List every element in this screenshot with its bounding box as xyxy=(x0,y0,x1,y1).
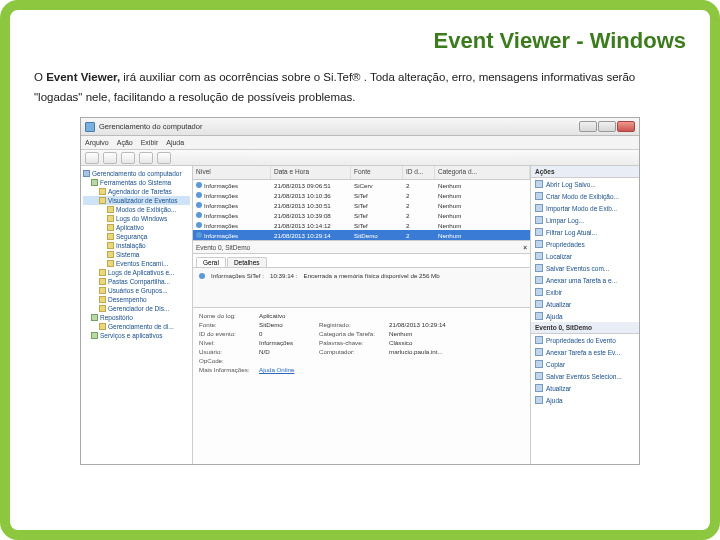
minimize-button[interactable] xyxy=(579,121,597,132)
table-row[interactable]: Informações21/08/2013 10:14:12SiTef2Nenh… xyxy=(193,220,530,230)
close-button[interactable] xyxy=(617,121,635,132)
description: O Event Viewer, irá auxiliar com as ocor… xyxy=(34,68,686,107)
action-item[interactable]: Propriedades do Evento xyxy=(531,334,639,346)
action-item[interactable]: Criar Modo de Exibição... xyxy=(531,190,639,202)
folder-icon xyxy=(91,179,98,186)
tree-item[interactable]: Visualizador de Eventos xyxy=(83,196,190,205)
close-icon[interactable]: × xyxy=(523,244,527,251)
tree-item[interactable]: Desempenho xyxy=(83,295,190,304)
tree-item[interactable]: Logs de Aplicativos e... xyxy=(83,268,190,277)
action-item[interactable]: Limpar Log... xyxy=(531,214,639,226)
tool-button[interactable] xyxy=(121,152,135,164)
folder-icon xyxy=(99,287,106,294)
menu-ajuda[interactable]: Ajuda xyxy=(166,139,184,146)
window-title: Gerenciamento do computador xyxy=(99,122,575,131)
navigation-tree[interactable]: Gerenciamento do computadorFerramentas d… xyxy=(81,166,193,464)
action-item[interactable]: Atualizar xyxy=(531,382,639,394)
event-grid[interactable]: Informações21/08/2013 09:06:51SiCerv2Nen… xyxy=(193,180,530,240)
table-row[interactable]: Informações21/08/2013 10:10:36SiTef2Nenh… xyxy=(193,190,530,200)
folder-icon xyxy=(91,332,98,339)
action-item[interactable]: Copiar xyxy=(531,358,639,370)
window-titlebar: Gerenciamento do computador xyxy=(81,118,639,136)
action-item[interactable]: Anexar uma Tarefa a e... xyxy=(531,274,639,286)
page-title: Event Viewer - Windows xyxy=(34,28,686,54)
action-icon xyxy=(535,216,543,224)
tool-button[interactable] xyxy=(157,152,171,164)
tree-item[interactable]: Sistema xyxy=(83,250,190,259)
folder-icon xyxy=(99,188,106,195)
action-icon xyxy=(535,336,543,344)
folder-icon xyxy=(99,278,106,285)
menu-acao[interactable]: Ação xyxy=(117,139,133,146)
action-icon xyxy=(535,180,543,188)
tree-item[interactable]: Gerenciamento do computador xyxy=(83,169,190,178)
action-item[interactable]: Importar Modo de Exib... xyxy=(531,202,639,214)
forward-button[interactable] xyxy=(103,152,117,164)
toolbar xyxy=(81,150,639,166)
action-item[interactable]: Propriedades xyxy=(531,238,639,250)
info-icon xyxy=(196,202,202,208)
tree-item[interactable]: Modos de Exibição... xyxy=(83,205,190,214)
app-icon xyxy=(85,122,95,132)
menu-exibir[interactable]: Exibir xyxy=(141,139,159,146)
detail-tabs: Geral Detalhes xyxy=(193,254,530,268)
tree-item[interactable]: Ferramentas do Sistema xyxy=(83,178,190,187)
action-icon xyxy=(535,396,543,404)
action-item[interactable]: Anexar Tarefa a este Ev... xyxy=(531,346,639,358)
info-icon xyxy=(199,273,205,279)
table-row[interactable]: Informações21/08/2013 09:06:51SiCerv2Nen… xyxy=(193,180,530,190)
action-icon xyxy=(535,264,543,272)
actions-event-header: Evento 0, SitDemo xyxy=(531,322,639,334)
action-icon xyxy=(535,288,543,296)
tree-item[interactable]: Gerenciador de Dis... xyxy=(83,304,190,313)
tree-item[interactable]: Aplicativo xyxy=(83,223,190,232)
tree-item[interactable]: Pastas Compartilha... xyxy=(83,277,190,286)
action-icon xyxy=(535,384,543,392)
action-item[interactable]: Localizar xyxy=(531,250,639,262)
menubar: Arquivo Ação Exibir Ajuda xyxy=(81,136,639,150)
back-button[interactable] xyxy=(85,152,99,164)
action-icon xyxy=(535,300,543,308)
folder-icon xyxy=(99,269,106,276)
action-item[interactable]: Exibir xyxy=(531,286,639,298)
action-item[interactable]: Abrir Log Salvo... xyxy=(531,178,639,190)
tree-item[interactable]: Usuários e Grupos... xyxy=(83,286,190,295)
menu-arquivo[interactable]: Arquivo xyxy=(85,139,109,146)
folder-icon xyxy=(91,314,98,321)
folder-icon xyxy=(107,251,114,258)
tool-button[interactable] xyxy=(139,152,153,164)
table-row[interactable]: Informações21/08/2013 10:29:14SitDemo2Ne… xyxy=(193,230,530,240)
tree-item[interactable]: Segurança xyxy=(83,232,190,241)
actions-header: Ações xyxy=(531,166,639,178)
tree-item[interactable]: Eventos Encami... xyxy=(83,259,190,268)
action-icon xyxy=(535,372,543,380)
info-icon xyxy=(196,192,202,198)
event-properties: Nome do log:AplicativoFonte:SitDemoRegis… xyxy=(193,308,530,464)
action-item[interactable]: Salvar Eventos Selecion... xyxy=(531,370,639,382)
action-icon xyxy=(535,204,543,212)
actions-pane: Ações Abrir Log Salvo...Criar Modo de Ex… xyxy=(531,166,639,464)
tree-item[interactable]: Agendador de Tarefas xyxy=(83,187,190,196)
action-item[interactable]: Atualizar xyxy=(531,298,639,310)
tab-geral[interactable]: Geral xyxy=(196,257,226,267)
tree-item[interactable]: Repositório xyxy=(83,313,190,322)
folder-icon xyxy=(99,296,106,303)
folder-icon xyxy=(99,305,106,312)
table-row[interactable]: Informações21/08/2013 10:39:08SiTef2Nenh… xyxy=(193,210,530,220)
action-item[interactable]: Ajuda xyxy=(531,310,639,322)
maximize-button[interactable] xyxy=(598,121,616,132)
detail-message: Informações SiTef : 10:39:14 : Encerrada… xyxy=(193,268,530,308)
folder-icon xyxy=(107,215,114,222)
table-row[interactable]: Informações21/08/2013 10:30:51SiTef2Nenh… xyxy=(193,200,530,210)
tree-item[interactable]: Logs do Windows xyxy=(83,214,190,223)
action-item[interactable]: Ajuda xyxy=(531,394,639,406)
help-link[interactable]: Ajuda Online xyxy=(259,366,319,373)
tree-item[interactable]: Serviços e aplicativos xyxy=(83,331,190,340)
action-icon xyxy=(535,252,543,260)
tab-detalhes[interactable]: Detalhes xyxy=(227,257,267,267)
folder-icon xyxy=(107,242,114,249)
tree-item[interactable]: Gerenciamento de di... xyxy=(83,322,190,331)
action-item[interactable]: Salvar Eventos com... xyxy=(531,262,639,274)
action-item[interactable]: Filtrar Log Atual... xyxy=(531,226,639,238)
tree-item[interactable]: Instalação xyxy=(83,241,190,250)
